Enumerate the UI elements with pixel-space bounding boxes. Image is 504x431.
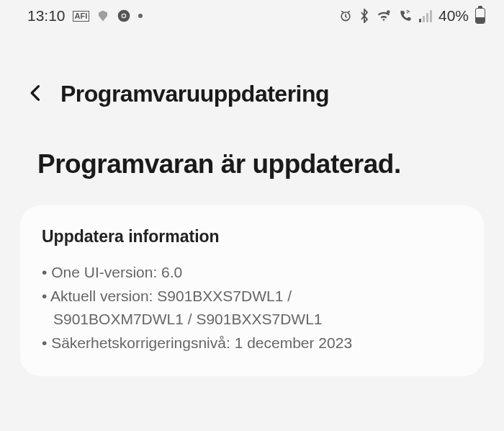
clock: 13:10 bbox=[27, 7, 66, 25]
one-ui-value: 6.0 bbox=[161, 264, 182, 280]
status-left: 13:10 AFI bbox=[27, 7, 143, 25]
security-patch-label: Säkerhetskorrigeringsnivå: bbox=[51, 334, 234, 351]
notification-badge: AFI bbox=[73, 11, 90, 22]
status-right: 40% bbox=[338, 7, 485, 25]
page-title: Programvaruuppdatering bbox=[60, 81, 329, 107]
update-info-card: Uppdatera information One UI-version: 6.… bbox=[20, 205, 484, 376]
wifi-calling-icon bbox=[398, 9, 413, 23]
battery-icon bbox=[475, 8, 485, 24]
signal-icon bbox=[419, 9, 432, 22]
header: Programvaruuppdatering bbox=[0, 29, 504, 113]
alarm-icon bbox=[338, 9, 353, 23]
bluetooth-icon bbox=[359, 9, 369, 23]
chevron-left-icon bbox=[26, 83, 46, 103]
svg-point-4 bbox=[387, 10, 390, 14]
current-version-value-1: S901BXXS7DWL1 / bbox=[157, 288, 292, 304]
security-patch-value: 1 december 2023 bbox=[235, 334, 352, 351]
svg-point-2 bbox=[122, 14, 125, 17]
card-title: Uppdatera information bbox=[42, 227, 462, 246]
current-version-label: Aktuell version: bbox=[50, 288, 157, 304]
security-patch-row: Säkerhetskorrigeringsnivå: 1 december 20… bbox=[42, 332, 462, 355]
chrome-icon bbox=[117, 9, 131, 23]
one-ui-version-row: One UI-version: 6.0 bbox=[42, 261, 462, 285]
battery-percentage: 40% bbox=[438, 7, 469, 25]
back-button[interactable] bbox=[26, 83, 46, 106]
status-bar: 13:10 AFI 40% bbox=[0, 0, 504, 29]
current-version-row-2: S901BOXM7DWL1 / S901BXXS7DWL1 bbox=[42, 308, 462, 332]
app-icon bbox=[96, 9, 109, 22]
one-ui-label: One UI-version: bbox=[51, 264, 161, 280]
more-notifications-icon bbox=[138, 14, 143, 18]
update-status-message: Programvaran är uppdaterad. bbox=[0, 113, 504, 205]
wifi-icon bbox=[376, 9, 392, 22]
current-version-row: Aktuell version: S901BXXS7DWL1 / bbox=[42, 285, 462, 308]
